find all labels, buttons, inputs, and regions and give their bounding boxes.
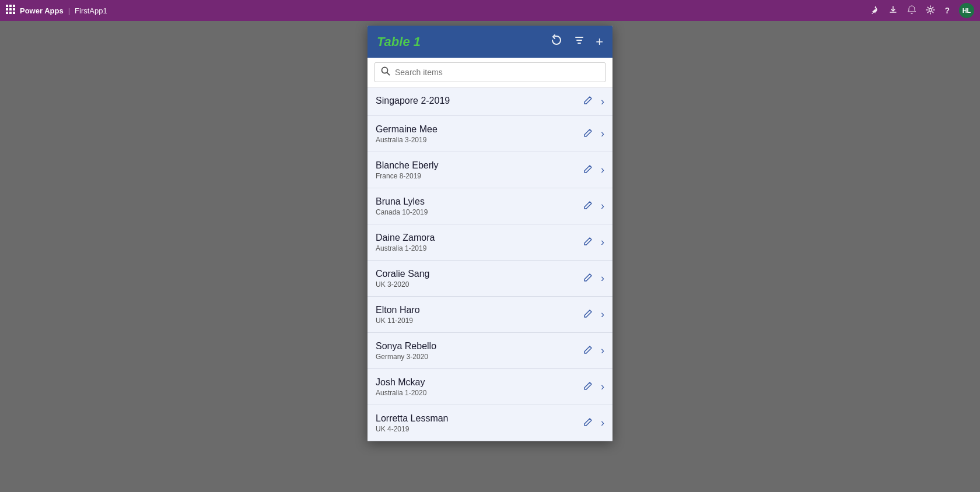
list-item-name: Singapore 2-2019: [376, 96, 581, 106]
list-item-subtitle: UK 11-2019: [376, 317, 581, 325]
list-item[interactable]: Bruna Lyles Canada 10-2019 ›: [368, 188, 612, 224]
list-item-actions: ›: [581, 93, 604, 110]
list-item-name: Josh Mckay: [376, 377, 581, 388]
edit-icon[interactable]: [581, 307, 595, 323]
list-item-name: Germaine Mee: [376, 124, 581, 135]
svg-line-11: [387, 73, 390, 75]
chevron-right-icon[interactable]: ›: [601, 345, 604, 357]
svg-rect-6: [6, 12, 8, 14]
list-item[interactable]: Germaine Mee Australia 3-2019 ›: [368, 116, 612, 152]
list-item-subtitle: UK 3-2020: [376, 280, 581, 289]
list-item-name: Bruna Lyles: [376, 196, 581, 207]
panel-header: Table 1 +: [368, 26, 612, 58]
list-item[interactable]: Blanche Eberly France 8-2019 ›: [368, 152, 612, 188]
list-item-text: Blanche Eberly France 8-2019: [376, 160, 581, 180]
list-item[interactable]: Sonya Rebello Germany 3-2020 ›: [368, 333, 612, 369]
chevron-right-icon[interactable]: ›: [601, 96, 604, 108]
settings-icon[interactable]: [926, 5, 935, 16]
list-item[interactable]: Singapore 2-2019 ›: [368, 87, 612, 116]
chevron-right-icon[interactable]: ›: [601, 417, 604, 429]
edit-icon[interactable]: [581, 234, 595, 251]
edit-icon[interactable]: [581, 126, 595, 142]
download-icon[interactable]: [888, 5, 898, 16]
chevron-right-icon[interactable]: ›: [601, 381, 604, 393]
topbar-left: Power Apps | FirstApp1: [6, 5, 870, 16]
search-input[interactable]: [395, 68, 599, 77]
list-item-text: Bruna Lyles Canada 10-2019: [376, 196, 581, 216]
list-item-text: Lorretta Lessman UK 4-2019: [376, 413, 581, 433]
chevron-right-icon[interactable]: ›: [601, 272, 604, 284]
edit-icon[interactable]: [581, 162, 595, 178]
list-item-text: Daine Zamora Australia 1-2019: [376, 233, 581, 252]
avatar[interactable]: HL: [959, 3, 974, 18]
panel-actions: +: [550, 34, 603, 50]
app-name-label: Power Apps: [20, 6, 64, 15]
list-item-subtitle: France 8-2019: [376, 172, 581, 180]
list-item-text: Germaine Mee Australia 3-2019: [376, 124, 581, 144]
svg-rect-8: [13, 12, 15, 14]
refresh-button[interactable]: [550, 34, 563, 50]
list-item-actions: ›: [581, 343, 604, 359]
list-item-text: Elton Haro UK 11-2019: [376, 305, 581, 325]
edit-icon[interactable]: [581, 198, 595, 215]
list-item[interactable]: Coralie Sang UK 3-2020 ›: [368, 261, 612, 297]
svg-rect-0: [6, 5, 8, 7]
title-separator: |: [68, 6, 70, 15]
edit-icon[interactable]: [581, 379, 595, 395]
search-icon: [381, 66, 390, 78]
list-item-actions: ›: [581, 162, 604, 178]
list-item-actions: ›: [581, 234, 604, 251]
chevron-right-icon[interactable]: ›: [601, 128, 604, 140]
help-icon[interactable]: ?: [944, 6, 950, 15]
list-item-subtitle: UK 4-2019: [376, 425, 581, 433]
svg-point-9: [929, 8, 932, 11]
edit-icon[interactable]: [581, 415, 595, 431]
list-item-actions: ›: [581, 198, 604, 215]
list-item[interactable]: Elton Haro UK 11-2019 ›: [368, 297, 612, 333]
edit-icon[interactable]: [581, 270, 595, 287]
list-item-text: Singapore 2-2019: [376, 96, 581, 107]
list-item[interactable]: Josh Mckay Australia 1-2020 ›: [368, 369, 612, 405]
svg-rect-5: [13, 8, 15, 10]
app-panel: Table 1 +: [368, 26, 612, 441]
list-item-name: Elton Haro: [376, 305, 581, 315]
list-item-name: Lorretta Lessman: [376, 413, 581, 424]
search-bar: [368, 58, 612, 87]
list-item-subtitle: Canada 10-2019: [376, 208, 581, 216]
list-item-text: Sonya Rebello Germany 3-2020: [376, 341, 581, 361]
chevron-right-icon[interactable]: ›: [601, 164, 604, 176]
content-area: Table 1 +: [0, 21, 980, 492]
chevron-right-icon[interactable]: ›: [601, 236, 604, 248]
list-item-actions: ›: [581, 307, 604, 323]
list-item-name: Coralie Sang: [376, 269, 581, 279]
add-button[interactable]: +: [596, 36, 603, 48]
list-item-subtitle: Australia 1-2019: [376, 244, 581, 252]
list-item[interactable]: Daine Zamora Australia 1-2019 ›: [368, 224, 612, 261]
list-item-name: Blanche Eberly: [376, 160, 581, 171]
search-container[interactable]: [374, 62, 606, 82]
sort-button[interactable]: [573, 34, 585, 49]
list-item-subtitle: Australia 3-2019: [376, 136, 581, 144]
edit-icon[interactable]: [581, 93, 595, 110]
notification-icon[interactable]: [907, 5, 916, 16]
list-item-actions: ›: [581, 379, 604, 395]
svg-rect-1: [9, 5, 12, 7]
list-item-name: Sonya Rebello: [376, 341, 581, 352]
topbar: Power Apps | FirstApp1: [0, 0, 980, 21]
chevron-right-icon[interactable]: ›: [601, 308, 604, 321]
list-item-subtitle: Germany 3-2020: [376, 353, 581, 361]
topbar-right: ? HL: [870, 3, 974, 18]
panel-title: Table 1: [377, 34, 421, 50]
waffle-icon[interactable]: [6, 5, 15, 16]
list-item[interactable]: Lorretta Lessman UK 4-2019 ›: [368, 405, 612, 441]
pin-icon[interactable]: [870, 5, 879, 16]
list-item-subtitle: Australia 1-2020: [376, 389, 581, 397]
app-file-label: FirstApp1: [75, 6, 107, 15]
svg-rect-4: [9, 8, 12, 10]
list-item-name: Daine Zamora: [376, 233, 581, 243]
svg-rect-7: [9, 12, 12, 14]
chevron-right-icon[interactable]: ›: [601, 200, 604, 212]
edit-icon[interactable]: [581, 343, 595, 359]
list-item-text: Josh Mckay Australia 1-2020: [376, 377, 581, 397]
list-item-text: Coralie Sang UK 3-2020: [376, 269, 581, 289]
